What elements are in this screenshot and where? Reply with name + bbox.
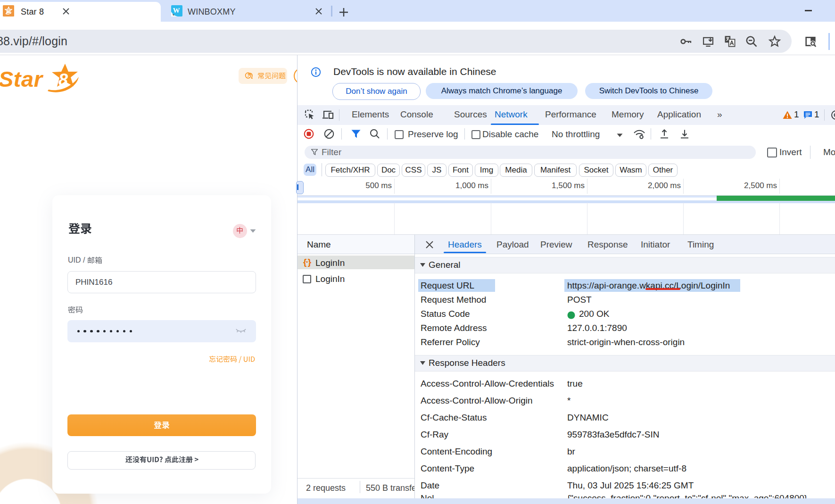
svg-text:W: W	[173, 7, 180, 14]
svg-text:Star: Star	[0, 66, 44, 91]
svg-text:8: 8	[58, 70, 68, 90]
svg-text:8: 8	[7, 8, 10, 14]
